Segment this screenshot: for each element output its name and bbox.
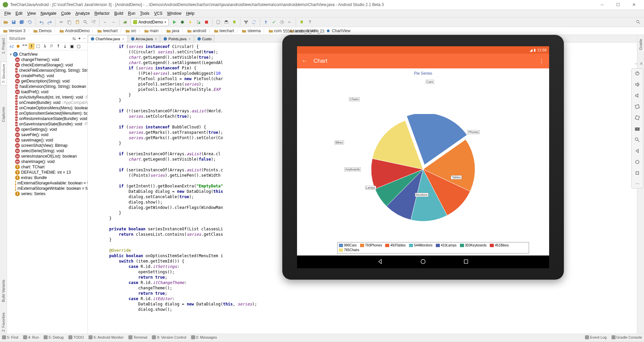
back-arrow-icon[interactable]: ←	[302, 58, 307, 64]
structure-item[interactable]: m onCreate(Bundle): void ↑AppCompatActiv…	[7, 100, 87, 105]
save-icon[interactable]	[10, 18, 17, 26]
show-anon-icon[interactable]: λ	[42, 43, 48, 49]
menu-build[interactable]: Build	[112, 11, 126, 16]
emulator-window[interactable]: 5554:Nexus_9_API_23 ◢ ▮ 11:58 ← Chart ⋮	[282, 35, 564, 280]
run-icon[interactable]	[171, 18, 178, 26]
nav-back-icon[interactable]	[377, 259, 383, 266]
menu-navigate[interactable]: Navigate	[38, 11, 59, 16]
maximize-button[interactable]: ☐	[611, 2, 626, 7]
close-tab-icon[interactable]: ×	[122, 37, 124, 41]
structure-item[interactable]: m onRestoreInstanceState(Bundle): void ↑…	[7, 116, 87, 121]
structure-item[interactable]: m checkFileExtension(String, String): St…	[7, 68, 87, 73]
chart-area[interactable]: Pie Series CarsPhonesTablesMonitorsLamps…	[297, 68, 549, 255]
undo-icon[interactable]	[38, 18, 45, 26]
redo-icon[interactable]	[46, 18, 53, 26]
breadcrumb-item[interactable]: src	[124, 28, 138, 33]
breadcrumb-item[interactable]: android	[186, 28, 208, 33]
bottom-tool-monitor[interactable]: 6: Android Monitor	[89, 335, 123, 339]
cut-icon[interactable]: ✂	[58, 18, 65, 26]
structure-item[interactable]: m getDescription(String): void	[7, 78, 87, 84]
attach-debug-icon[interactable]	[195, 18, 202, 26]
emu-minimize-icon[interactable]: ─	[635, 61, 638, 66]
emu-screenshot-icon[interactable]	[635, 126, 640, 132]
structure-item[interactable]: m hasExtension(String, String): boolean	[7, 84, 87, 89]
emu-close-icon[interactable]: ✕	[640, 61, 643, 66]
emu-rotate-right-icon[interactable]	[635, 115, 640, 121]
structure-item[interactable]: m checkExternalStorage(): void	[7, 62, 87, 68]
menu-run[interactable]: Run	[126, 11, 138, 16]
run-instant-icon[interactable]	[187, 18, 194, 26]
bottom-tool-debug[interactable]: 5: Debug	[44, 335, 64, 339]
close-tab-icon[interactable]: ×	[155, 37, 157, 41]
autoscroll-from-icon[interactable]: ⤓	[62, 43, 68, 49]
show-inherited-icon[interactable]	[35, 43, 41, 49]
breadcrumb-item[interactable]: steema	[241, 28, 262, 33]
open-icon[interactable]	[2, 18, 9, 26]
breadcrumb-item[interactable]: teechart	[96, 28, 119, 33]
autoscroll-source-icon[interactable]: ⤒	[55, 43, 61, 49]
menu-file[interactable]: File	[2, 11, 13, 16]
android-small-icon[interactable]	[298, 18, 305, 26]
structure-item[interactable]: m loadPref(): void	[7, 89, 87, 95]
refresh-icon[interactable]	[26, 18, 34, 26]
vcs-commit-icon[interactable]	[270, 18, 278, 26]
tool-tab-structure[interactable]: 7: Structure	[1, 62, 6, 86]
avd-icon[interactable]	[215, 18, 222, 26]
overflow-icon[interactable]: ⋮	[539, 58, 544, 65]
breadcrumb-item[interactable]: ChartView	[325, 28, 352, 33]
emu-volume-up-icon[interactable]	[635, 82, 640, 88]
sort-alpha-icon[interactable]: ᴀᴢ	[8, 43, 14, 49]
emu-volume-down-icon[interactable]	[635, 93, 640, 99]
breadcrumb-item[interactable]: com	[268, 28, 283, 33]
ddms-icon[interactable]	[231, 18, 238, 26]
emulator-screen[interactable]: ◢ ▮ 11:58 ← Chart ⋮ Pie Series CarsPhone…	[297, 46, 549, 268]
collapse-all-icon[interactable]: ▢	[75, 43, 81, 49]
search-everywhere-icon[interactable]	[635, 18, 642, 26]
breadcrumb-item[interactable]: Version 3	[2, 28, 27, 33]
tool-tab-captures[interactable]: Captures	[1, 105, 6, 124]
structure-hide-icon[interactable]: ┄	[83, 36, 85, 41]
structure-item[interactable]: m openSettings(): void	[7, 127, 87, 132]
emu-back-icon[interactable]	[635, 148, 640, 155]
copy-icon[interactable]	[66, 18, 73, 26]
menu-analyze[interactable]: Analyze	[73, 11, 92, 16]
vcs-history-icon[interactable]	[278, 18, 286, 26]
replace-icon[interactable]	[90, 18, 97, 26]
structure-item[interactable]: m onSaveInstanceState(Bundle): void ↑Fra…	[7, 121, 87, 127]
structure-item[interactable]: m saveFile(): void	[7, 132, 87, 137]
structure-item[interactable]: f mExternalStorageWritable: boolean = fa…	[7, 186, 87, 191]
bottom-tool-terminal[interactable]: Terminal	[128, 335, 148, 339]
structure-item[interactable]: f DEFAULT_THEME: int = 13	[7, 170, 87, 175]
run-configuration[interactable]: AndroidDemo ▾	[131, 18, 169, 26]
breadcrumb-item[interactable]: Demos	[32, 28, 53, 33]
sort-visibility-icon[interactable]	[15, 43, 21, 49]
save-all-icon[interactable]	[18, 18, 25, 26]
forward-icon[interactable]: →	[110, 18, 117, 26]
emu-home-icon[interactable]	[635, 159, 640, 166]
project-structure-icon[interactable]	[242, 18, 250, 26]
menu-tools[interactable]: Tools	[138, 11, 152, 16]
close-button[interactable]: ✕	[627, 2, 641, 7]
menu-edit[interactable]: Edit	[13, 11, 25, 16]
debug-icon[interactable]	[179, 18, 186, 26]
paste-icon[interactable]	[74, 18, 81, 26]
structure-item[interactable]: m shareImage(): void	[7, 159, 87, 164]
close-tab-icon[interactable]: ×	[188, 37, 190, 41]
emu-recent-icon[interactable]	[635, 170, 640, 177]
menu-refactor[interactable]: Refactor	[92, 11, 112, 16]
help-icon[interactable]: ?	[306, 18, 313, 26]
emu-power-icon[interactable]	[635, 71, 640, 77]
expand-all-icon[interactable]: ▣	[69, 43, 75, 49]
structure-item[interactable]: m onOptionsItemSelected(MenuItem): boole…	[7, 111, 87, 116]
structure-item[interactable]: m onCreateOptionsMenu(Menu): boolean ↑Ac	[7, 105, 87, 111]
structure-nav-icon[interactable]: ⇆	[72, 36, 76, 41]
nav-recent-icon[interactable]	[463, 259, 469, 266]
breadcrumb-item[interactable]: main	[143, 28, 160, 33]
show-fields-icon[interactable]: f	[28, 43, 35, 49]
bottom-tool-find[interactable]: 5: Find	[2, 335, 18, 339]
structure-item[interactable]: m createPrefs(): void	[7, 73, 87, 78]
tool-tab-build-variants[interactable]: Build Variants	[1, 278, 6, 304]
menu-help[interactable]: Help	[184, 11, 197, 16]
show-props-icon[interactable]: P	[49, 43, 55, 49]
vcs-update-icon[interactable]	[262, 18, 270, 26]
